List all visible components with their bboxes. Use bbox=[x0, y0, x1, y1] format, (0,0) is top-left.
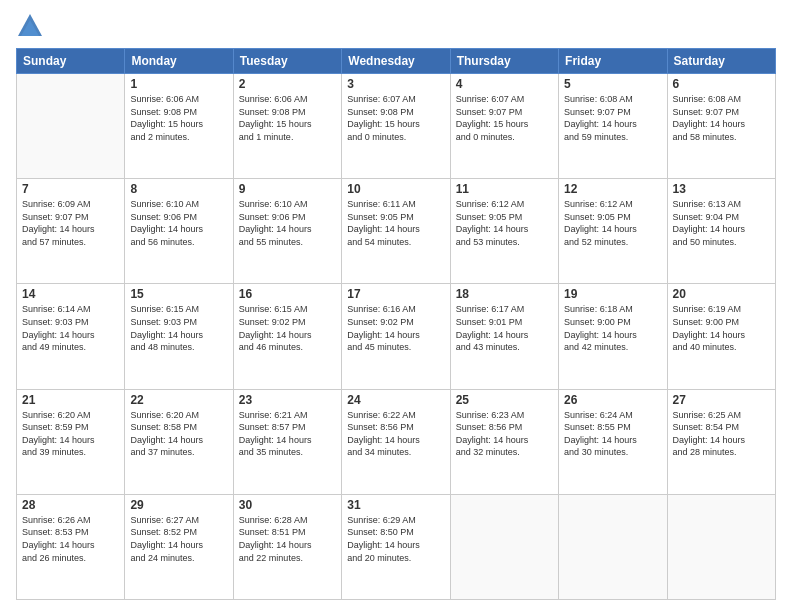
week-row-3: 14Sunrise: 6:14 AM Sunset: 9:03 PM Dayli… bbox=[17, 284, 776, 389]
calendar-cell: 21Sunrise: 6:20 AM Sunset: 8:59 PM Dayli… bbox=[17, 389, 125, 494]
day-info: Sunrise: 6:21 AM Sunset: 8:57 PM Dayligh… bbox=[239, 409, 336, 459]
calendar-cell: 10Sunrise: 6:11 AM Sunset: 9:05 PM Dayli… bbox=[342, 179, 450, 284]
day-info: Sunrise: 6:10 AM Sunset: 9:06 PM Dayligh… bbox=[130, 198, 227, 248]
calendar-cell: 14Sunrise: 6:14 AM Sunset: 9:03 PM Dayli… bbox=[17, 284, 125, 389]
day-number: 2 bbox=[239, 77, 336, 91]
calendar-table: SundayMondayTuesdayWednesdayThursdayFrid… bbox=[16, 48, 776, 600]
header bbox=[16, 12, 776, 40]
calendar-cell: 29Sunrise: 6:27 AM Sunset: 8:52 PM Dayli… bbox=[125, 494, 233, 599]
day-number: 12 bbox=[564, 182, 661, 196]
day-info: Sunrise: 6:15 AM Sunset: 9:03 PM Dayligh… bbox=[130, 303, 227, 353]
col-header-monday: Monday bbox=[125, 49, 233, 74]
day-number: 4 bbox=[456, 77, 553, 91]
day-info: Sunrise: 6:18 AM Sunset: 9:00 PM Dayligh… bbox=[564, 303, 661, 353]
calendar-cell: 5Sunrise: 6:08 AM Sunset: 9:07 PM Daylig… bbox=[559, 74, 667, 179]
day-info: Sunrise: 6:28 AM Sunset: 8:51 PM Dayligh… bbox=[239, 514, 336, 564]
day-number: 7 bbox=[22, 182, 119, 196]
day-info: Sunrise: 6:16 AM Sunset: 9:02 PM Dayligh… bbox=[347, 303, 444, 353]
calendar-cell: 19Sunrise: 6:18 AM Sunset: 9:00 PM Dayli… bbox=[559, 284, 667, 389]
calendar-cell: 15Sunrise: 6:15 AM Sunset: 9:03 PM Dayli… bbox=[125, 284, 233, 389]
calendar-cell: 2Sunrise: 6:06 AM Sunset: 9:08 PM Daylig… bbox=[233, 74, 341, 179]
calendar-cell: 1Sunrise: 6:06 AM Sunset: 9:08 PM Daylig… bbox=[125, 74, 233, 179]
day-number: 9 bbox=[239, 182, 336, 196]
day-number: 27 bbox=[673, 393, 770, 407]
col-header-tuesday: Tuesday bbox=[233, 49, 341, 74]
day-info: Sunrise: 6:09 AM Sunset: 9:07 PM Dayligh… bbox=[22, 198, 119, 248]
day-info: Sunrise: 6:12 AM Sunset: 9:05 PM Dayligh… bbox=[456, 198, 553, 248]
col-header-friday: Friday bbox=[559, 49, 667, 74]
day-info: Sunrise: 6:26 AM Sunset: 8:53 PM Dayligh… bbox=[22, 514, 119, 564]
day-number: 1 bbox=[130, 77, 227, 91]
col-header-thursday: Thursday bbox=[450, 49, 558, 74]
day-info: Sunrise: 6:10 AM Sunset: 9:06 PM Dayligh… bbox=[239, 198, 336, 248]
calendar-cell: 18Sunrise: 6:17 AM Sunset: 9:01 PM Dayli… bbox=[450, 284, 558, 389]
day-info: Sunrise: 6:07 AM Sunset: 9:08 PM Dayligh… bbox=[347, 93, 444, 143]
header-row: SundayMondayTuesdayWednesdayThursdayFrid… bbox=[17, 49, 776, 74]
day-info: Sunrise: 6:20 AM Sunset: 8:58 PM Dayligh… bbox=[130, 409, 227, 459]
day-number: 13 bbox=[673, 182, 770, 196]
logo-icon bbox=[16, 12, 44, 40]
calendar-cell bbox=[559, 494, 667, 599]
col-header-saturday: Saturday bbox=[667, 49, 775, 74]
day-number: 11 bbox=[456, 182, 553, 196]
day-number: 8 bbox=[130, 182, 227, 196]
day-number: 23 bbox=[239, 393, 336, 407]
day-number: 31 bbox=[347, 498, 444, 512]
day-info: Sunrise: 6:08 AM Sunset: 9:07 PM Dayligh… bbox=[564, 93, 661, 143]
day-number: 25 bbox=[456, 393, 553, 407]
day-number: 5 bbox=[564, 77, 661, 91]
calendar-cell: 3Sunrise: 6:07 AM Sunset: 9:08 PM Daylig… bbox=[342, 74, 450, 179]
calendar-cell: 9Sunrise: 6:10 AM Sunset: 9:06 PM Daylig… bbox=[233, 179, 341, 284]
day-info: Sunrise: 6:27 AM Sunset: 8:52 PM Dayligh… bbox=[130, 514, 227, 564]
day-info: Sunrise: 6:24 AM Sunset: 8:55 PM Dayligh… bbox=[564, 409, 661, 459]
calendar-cell: 28Sunrise: 6:26 AM Sunset: 8:53 PM Dayli… bbox=[17, 494, 125, 599]
day-number: 21 bbox=[22, 393, 119, 407]
day-info: Sunrise: 6:13 AM Sunset: 9:04 PM Dayligh… bbox=[673, 198, 770, 248]
week-row-5: 28Sunrise: 6:26 AM Sunset: 8:53 PM Dayli… bbox=[17, 494, 776, 599]
day-number: 30 bbox=[239, 498, 336, 512]
day-number: 18 bbox=[456, 287, 553, 301]
day-number: 29 bbox=[130, 498, 227, 512]
calendar-cell: 22Sunrise: 6:20 AM Sunset: 8:58 PM Dayli… bbox=[125, 389, 233, 494]
day-number: 26 bbox=[564, 393, 661, 407]
calendar-cell bbox=[17, 74, 125, 179]
day-number: 22 bbox=[130, 393, 227, 407]
day-info: Sunrise: 6:06 AM Sunset: 9:08 PM Dayligh… bbox=[239, 93, 336, 143]
day-info: Sunrise: 6:14 AM Sunset: 9:03 PM Dayligh… bbox=[22, 303, 119, 353]
calendar-cell: 26Sunrise: 6:24 AM Sunset: 8:55 PM Dayli… bbox=[559, 389, 667, 494]
day-info: Sunrise: 6:19 AM Sunset: 9:00 PM Dayligh… bbox=[673, 303, 770, 353]
logo bbox=[16, 12, 48, 40]
day-number: 15 bbox=[130, 287, 227, 301]
day-info: Sunrise: 6:20 AM Sunset: 8:59 PM Dayligh… bbox=[22, 409, 119, 459]
calendar-cell: 23Sunrise: 6:21 AM Sunset: 8:57 PM Dayli… bbox=[233, 389, 341, 494]
week-row-4: 21Sunrise: 6:20 AM Sunset: 8:59 PM Dayli… bbox=[17, 389, 776, 494]
day-info: Sunrise: 6:25 AM Sunset: 8:54 PM Dayligh… bbox=[673, 409, 770, 459]
calendar-cell: 17Sunrise: 6:16 AM Sunset: 9:02 PM Dayli… bbox=[342, 284, 450, 389]
calendar-cell bbox=[450, 494, 558, 599]
day-number: 24 bbox=[347, 393, 444, 407]
col-header-wednesday: Wednesday bbox=[342, 49, 450, 74]
day-info: Sunrise: 6:23 AM Sunset: 8:56 PM Dayligh… bbox=[456, 409, 553, 459]
calendar-cell: 4Sunrise: 6:07 AM Sunset: 9:07 PM Daylig… bbox=[450, 74, 558, 179]
calendar-cell: 6Sunrise: 6:08 AM Sunset: 9:07 PM Daylig… bbox=[667, 74, 775, 179]
calendar-cell: 31Sunrise: 6:29 AM Sunset: 8:50 PM Dayli… bbox=[342, 494, 450, 599]
day-number: 3 bbox=[347, 77, 444, 91]
calendar-page: SundayMondayTuesdayWednesdayThursdayFrid… bbox=[0, 0, 792, 612]
calendar-cell: 8Sunrise: 6:10 AM Sunset: 9:06 PM Daylig… bbox=[125, 179, 233, 284]
calendar-cell: 16Sunrise: 6:15 AM Sunset: 9:02 PM Dayli… bbox=[233, 284, 341, 389]
day-info: Sunrise: 6:22 AM Sunset: 8:56 PM Dayligh… bbox=[347, 409, 444, 459]
week-row-2: 7Sunrise: 6:09 AM Sunset: 9:07 PM Daylig… bbox=[17, 179, 776, 284]
day-info: Sunrise: 6:07 AM Sunset: 9:07 PM Dayligh… bbox=[456, 93, 553, 143]
calendar-cell: 7Sunrise: 6:09 AM Sunset: 9:07 PM Daylig… bbox=[17, 179, 125, 284]
calendar-cell: 25Sunrise: 6:23 AM Sunset: 8:56 PM Dayli… bbox=[450, 389, 558, 494]
week-row-1: 1Sunrise: 6:06 AM Sunset: 9:08 PM Daylig… bbox=[17, 74, 776, 179]
calendar-cell: 12Sunrise: 6:12 AM Sunset: 9:05 PM Dayli… bbox=[559, 179, 667, 284]
calendar-cell: 13Sunrise: 6:13 AM Sunset: 9:04 PM Dayli… bbox=[667, 179, 775, 284]
day-number: 28 bbox=[22, 498, 119, 512]
day-number: 19 bbox=[564, 287, 661, 301]
day-info: Sunrise: 6:08 AM Sunset: 9:07 PM Dayligh… bbox=[673, 93, 770, 143]
day-info: Sunrise: 6:15 AM Sunset: 9:02 PM Dayligh… bbox=[239, 303, 336, 353]
col-header-sunday: Sunday bbox=[17, 49, 125, 74]
calendar-cell: 11Sunrise: 6:12 AM Sunset: 9:05 PM Dayli… bbox=[450, 179, 558, 284]
day-info: Sunrise: 6:12 AM Sunset: 9:05 PM Dayligh… bbox=[564, 198, 661, 248]
